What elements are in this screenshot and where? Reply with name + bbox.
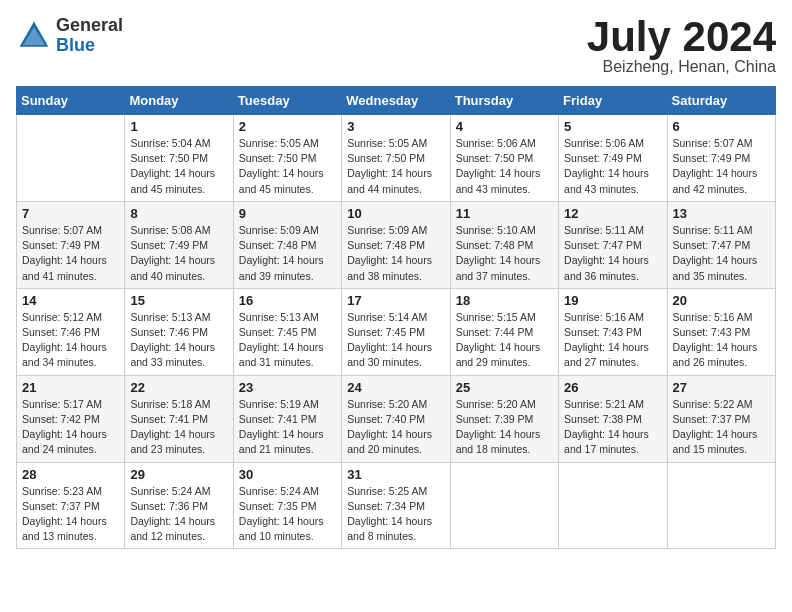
weekday-header-tuesday: Tuesday — [233, 87, 341, 115]
calendar-cell: 24Sunrise: 5:20 AMSunset: 7:40 PMDayligh… — [342, 375, 450, 462]
day-info: Sunrise: 5:10 AMSunset: 7:48 PMDaylight:… — [456, 223, 553, 284]
day-number: 4 — [456, 119, 553, 134]
day-number: 5 — [564, 119, 661, 134]
calendar-cell: 10Sunrise: 5:09 AMSunset: 7:48 PMDayligh… — [342, 201, 450, 288]
calendar-cell: 21Sunrise: 5:17 AMSunset: 7:42 PMDayligh… — [17, 375, 125, 462]
day-number: 22 — [130, 380, 227, 395]
logo-text: General Blue — [56, 16, 123, 56]
month-title: July 2024 — [587, 16, 776, 58]
day-info: Sunrise: 5:20 AMSunset: 7:39 PMDaylight:… — [456, 397, 553, 458]
calendar-week-row: 14Sunrise: 5:12 AMSunset: 7:46 PMDayligh… — [17, 288, 776, 375]
weekday-header-friday: Friday — [559, 87, 667, 115]
calendar-cell — [450, 462, 558, 549]
weekday-header-thursday: Thursday — [450, 87, 558, 115]
calendar-cell — [559, 462, 667, 549]
day-number: 15 — [130, 293, 227, 308]
calendar-week-row: 28Sunrise: 5:23 AMSunset: 7:37 PMDayligh… — [17, 462, 776, 549]
calendar-cell: 3Sunrise: 5:05 AMSunset: 7:50 PMDaylight… — [342, 115, 450, 202]
day-number: 26 — [564, 380, 661, 395]
day-info: Sunrise: 5:18 AMSunset: 7:41 PMDaylight:… — [130, 397, 227, 458]
calendar-cell: 30Sunrise: 5:24 AMSunset: 7:35 PMDayligh… — [233, 462, 341, 549]
day-number: 30 — [239, 467, 336, 482]
calendar-cell: 29Sunrise: 5:24 AMSunset: 7:36 PMDayligh… — [125, 462, 233, 549]
calendar-cell: 8Sunrise: 5:08 AMSunset: 7:49 PMDaylight… — [125, 201, 233, 288]
day-number: 28 — [22, 467, 119, 482]
day-number: 29 — [130, 467, 227, 482]
day-number: 2 — [239, 119, 336, 134]
day-number: 18 — [456, 293, 553, 308]
day-info: Sunrise: 5:13 AMSunset: 7:45 PMDaylight:… — [239, 310, 336, 371]
calendar-cell: 26Sunrise: 5:21 AMSunset: 7:38 PMDayligh… — [559, 375, 667, 462]
day-number: 7 — [22, 206, 119, 221]
calendar-week-row: 21Sunrise: 5:17 AMSunset: 7:42 PMDayligh… — [17, 375, 776, 462]
location-title: Beizheng, Henan, China — [587, 58, 776, 76]
day-number: 27 — [673, 380, 770, 395]
day-number: 21 — [22, 380, 119, 395]
day-number: 10 — [347, 206, 444, 221]
day-number: 24 — [347, 380, 444, 395]
day-number: 25 — [456, 380, 553, 395]
calendar-cell: 14Sunrise: 5:12 AMSunset: 7:46 PMDayligh… — [17, 288, 125, 375]
page-header: General Blue July 2024 Beizheng, Henan, … — [16, 16, 776, 76]
day-number: 6 — [673, 119, 770, 134]
day-info: Sunrise: 5:13 AMSunset: 7:46 PMDaylight:… — [130, 310, 227, 371]
day-info: Sunrise: 5:22 AMSunset: 7:37 PMDaylight:… — [673, 397, 770, 458]
day-info: Sunrise: 5:06 AMSunset: 7:49 PMDaylight:… — [564, 136, 661, 197]
day-info: Sunrise: 5:16 AMSunset: 7:43 PMDaylight:… — [564, 310, 661, 371]
calendar-cell: 6Sunrise: 5:07 AMSunset: 7:49 PMDaylight… — [667, 115, 775, 202]
calendar-cell: 15Sunrise: 5:13 AMSunset: 7:46 PMDayligh… — [125, 288, 233, 375]
logo-blue-text: Blue — [56, 36, 123, 56]
logo-icon — [16, 18, 52, 54]
calendar-week-row: 7Sunrise: 5:07 AMSunset: 7:49 PMDaylight… — [17, 201, 776, 288]
day-number: 16 — [239, 293, 336, 308]
calendar-cell: 23Sunrise: 5:19 AMSunset: 7:41 PMDayligh… — [233, 375, 341, 462]
calendar-cell: 22Sunrise: 5:18 AMSunset: 7:41 PMDayligh… — [125, 375, 233, 462]
day-info: Sunrise: 5:23 AMSunset: 7:37 PMDaylight:… — [22, 484, 119, 545]
day-info: Sunrise: 5:21 AMSunset: 7:38 PMDaylight:… — [564, 397, 661, 458]
day-number: 23 — [239, 380, 336, 395]
calendar-cell: 9Sunrise: 5:09 AMSunset: 7:48 PMDaylight… — [233, 201, 341, 288]
calendar-cell: 18Sunrise: 5:15 AMSunset: 7:44 PMDayligh… — [450, 288, 558, 375]
logo: General Blue — [16, 16, 123, 56]
calendar-week-row: 1Sunrise: 5:04 AMSunset: 7:50 PMDaylight… — [17, 115, 776, 202]
day-number: 9 — [239, 206, 336, 221]
day-info: Sunrise: 5:14 AMSunset: 7:45 PMDaylight:… — [347, 310, 444, 371]
day-number: 17 — [347, 293, 444, 308]
calendar-cell: 11Sunrise: 5:10 AMSunset: 7:48 PMDayligh… — [450, 201, 558, 288]
day-number: 1 — [130, 119, 227, 134]
title-block: July 2024 Beizheng, Henan, China — [587, 16, 776, 76]
day-info: Sunrise: 5:09 AMSunset: 7:48 PMDaylight:… — [239, 223, 336, 284]
day-info: Sunrise: 5:05 AMSunset: 7:50 PMDaylight:… — [347, 136, 444, 197]
day-info: Sunrise: 5:07 AMSunset: 7:49 PMDaylight:… — [673, 136, 770, 197]
calendar-cell: 12Sunrise: 5:11 AMSunset: 7:47 PMDayligh… — [559, 201, 667, 288]
calendar-table: SundayMondayTuesdayWednesdayThursdayFrid… — [16, 86, 776, 549]
day-info: Sunrise: 5:11 AMSunset: 7:47 PMDaylight:… — [564, 223, 661, 284]
calendar-cell: 1Sunrise: 5:04 AMSunset: 7:50 PMDaylight… — [125, 115, 233, 202]
calendar-cell: 19Sunrise: 5:16 AMSunset: 7:43 PMDayligh… — [559, 288, 667, 375]
logo-general-text: General — [56, 16, 123, 36]
weekday-header-saturday: Saturday — [667, 87, 775, 115]
day-number: 8 — [130, 206, 227, 221]
calendar-cell: 20Sunrise: 5:16 AMSunset: 7:43 PMDayligh… — [667, 288, 775, 375]
day-number: 11 — [456, 206, 553, 221]
day-info: Sunrise: 5:06 AMSunset: 7:50 PMDaylight:… — [456, 136, 553, 197]
day-info: Sunrise: 5:07 AMSunset: 7:49 PMDaylight:… — [22, 223, 119, 284]
calendar-cell: 25Sunrise: 5:20 AMSunset: 7:39 PMDayligh… — [450, 375, 558, 462]
weekday-header-sunday: Sunday — [17, 87, 125, 115]
day-info: Sunrise: 5:17 AMSunset: 7:42 PMDaylight:… — [22, 397, 119, 458]
day-info: Sunrise: 5:15 AMSunset: 7:44 PMDaylight:… — [456, 310, 553, 371]
day-number: 3 — [347, 119, 444, 134]
day-info: Sunrise: 5:09 AMSunset: 7:48 PMDaylight:… — [347, 223, 444, 284]
calendar-cell: 27Sunrise: 5:22 AMSunset: 7:37 PMDayligh… — [667, 375, 775, 462]
day-info: Sunrise: 5:05 AMSunset: 7:50 PMDaylight:… — [239, 136, 336, 197]
day-info: Sunrise: 5:20 AMSunset: 7:40 PMDaylight:… — [347, 397, 444, 458]
calendar-cell: 13Sunrise: 5:11 AMSunset: 7:47 PMDayligh… — [667, 201, 775, 288]
day-info: Sunrise: 5:08 AMSunset: 7:49 PMDaylight:… — [130, 223, 227, 284]
calendar-cell: 4Sunrise: 5:06 AMSunset: 7:50 PMDaylight… — [450, 115, 558, 202]
calendar-cell: 28Sunrise: 5:23 AMSunset: 7:37 PMDayligh… — [17, 462, 125, 549]
calendar-cell: 2Sunrise: 5:05 AMSunset: 7:50 PMDaylight… — [233, 115, 341, 202]
calendar-cell: 7Sunrise: 5:07 AMSunset: 7:49 PMDaylight… — [17, 201, 125, 288]
weekday-header-monday: Monday — [125, 87, 233, 115]
day-info: Sunrise: 5:25 AMSunset: 7:34 PMDaylight:… — [347, 484, 444, 545]
day-number: 20 — [673, 293, 770, 308]
